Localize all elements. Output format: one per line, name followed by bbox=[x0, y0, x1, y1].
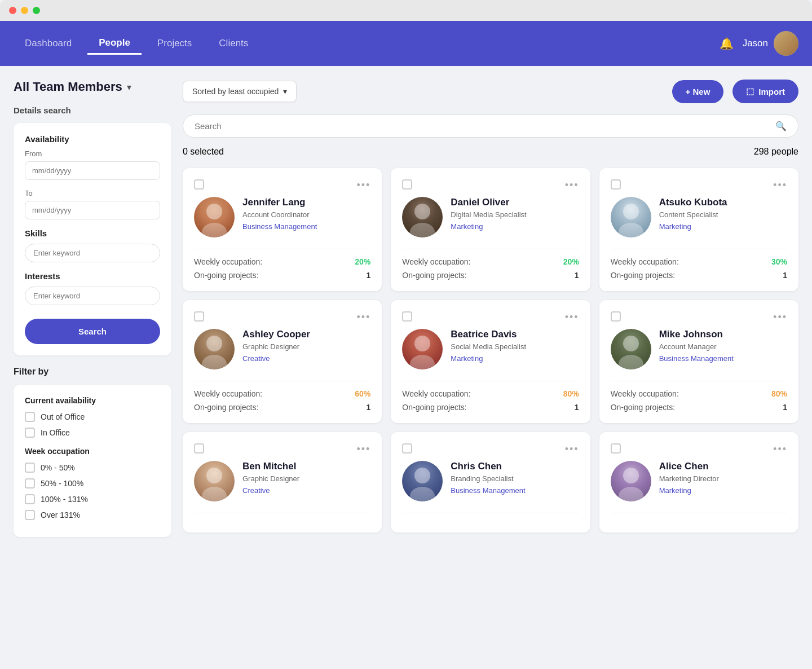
more-options-icon[interactable]: ••• bbox=[565, 179, 579, 191]
more-options-icon[interactable]: ••• bbox=[356, 443, 370, 455]
ongoing-projects-value: 1 bbox=[575, 271, 579, 280]
card-checkbox[interactable] bbox=[194, 311, 204, 322]
window-close-btn[interactable] bbox=[9, 7, 16, 14]
card-top: ••• bbox=[402, 311, 579, 323]
people-count[interactable]: 298 people bbox=[754, 147, 798, 157]
card-checkbox[interactable] bbox=[611, 311, 621, 322]
card-checkbox[interactable] bbox=[611, 179, 621, 190]
chevron-down-icon[interactable]: ▾ bbox=[127, 82, 131, 93]
ongoing-projects-value: 1 bbox=[783, 403, 787, 412]
card-checkbox[interactable] bbox=[611, 443, 621, 454]
notification-bell-icon[interactable]: 🔔 bbox=[720, 37, 734, 50]
person-dept[interactable]: Creative bbox=[242, 354, 370, 363]
interests-input[interactable] bbox=[25, 287, 160, 305]
card-stats: Weekly occupation: 20% On-going projects… bbox=[194, 257, 370, 280]
svg-point-7 bbox=[202, 355, 227, 369]
person-role: Branding Specialist bbox=[451, 474, 579, 483]
person-avatar bbox=[611, 197, 651, 237]
more-options-icon[interactable]: ••• bbox=[356, 311, 370, 323]
card-checkbox[interactable] bbox=[194, 443, 204, 454]
from-date-input[interactable] bbox=[25, 161, 160, 180]
filter-out-of-office[interactable]: Out of Office bbox=[25, 412, 160, 422]
occ-over-131-checkbox[interactable] bbox=[25, 510, 35, 520]
window-maximize-btn[interactable] bbox=[33, 7, 40, 14]
more-options-icon[interactable]: ••• bbox=[356, 179, 370, 191]
import-label: Import bbox=[758, 87, 785, 96]
nav-people[interactable]: People bbox=[87, 33, 142, 55]
card-person: Ben Mitchel Graphic Designer Creative bbox=[194, 461, 370, 501]
card-divider bbox=[402, 513, 579, 513]
card-daniel-oliver: ••• Daniel Oliver Digital Media Speciali… bbox=[391, 168, 590, 291]
more-options-icon[interactable]: ••• bbox=[773, 179, 787, 191]
card-checkbox[interactable] bbox=[402, 179, 412, 190]
avatar-svg bbox=[611, 197, 651, 237]
person-dept[interactable]: Marketing bbox=[659, 222, 787, 231]
details-search-box: Availability From To Skills Interests Se… bbox=[14, 123, 171, 355]
occ-100-131-checkbox[interactable] bbox=[25, 494, 35, 504]
person-dept[interactable]: Marketing bbox=[659, 486, 787, 495]
person-info: Atsuko Kubota Content Specialist Marketi… bbox=[659, 197, 787, 231]
occ-0-50-checkbox[interactable] bbox=[25, 463, 35, 473]
card-checkbox[interactable] bbox=[402, 311, 412, 322]
person-dept[interactable]: Marketing bbox=[451, 222, 579, 231]
person-name: Alice Chen bbox=[659, 461, 787, 472]
card-checkbox[interactable] bbox=[194, 179, 204, 190]
search-input[interactable] bbox=[195, 121, 770, 131]
filter-50-100[interactable]: 50% - 100% bbox=[25, 478, 160, 488]
skills-input[interactable] bbox=[25, 244, 160, 262]
card-checkbox[interactable] bbox=[402, 443, 412, 454]
new-button[interactable]: + New bbox=[672, 80, 724, 103]
person-role: Digital Media Specialist bbox=[451, 210, 579, 219]
nav-clients[interactable]: Clients bbox=[208, 33, 259, 54]
person-info: Alice Chen Marketing Director Marketing bbox=[659, 461, 787, 495]
to-date-input[interactable] bbox=[25, 201, 160, 219]
ongoing-projects-value: 1 bbox=[783, 271, 787, 280]
import-button[interactable]: ⬚ Import bbox=[732, 80, 798, 103]
svg-point-5 bbox=[619, 223, 643, 237]
cards-grid: ••• Jennifer Lang Account Coordinator Bu… bbox=[183, 168, 798, 532]
person-dept[interactable]: Marketing bbox=[451, 354, 579, 363]
ongoing-projects-label: On-going projects: bbox=[402, 271, 466, 280]
more-options-icon[interactable]: ••• bbox=[773, 443, 787, 455]
card-jennifer-lang: ••• Jennifer Lang Account Coordinator Bu… bbox=[183, 168, 382, 291]
filter-100-131[interactable]: 100% - 131% bbox=[25, 494, 160, 504]
person-dept[interactable]: Business Management bbox=[659, 354, 787, 363]
person-dept[interactable]: Business Management bbox=[242, 222, 370, 231]
ongoing-projects-value: 1 bbox=[367, 271, 371, 280]
current-availability-label: Current availability bbox=[25, 396, 160, 405]
person-dept[interactable]: Business Management bbox=[451, 486, 579, 495]
avatar-svg bbox=[402, 461, 443, 501]
details-search-label: Details search bbox=[14, 105, 171, 115]
filter-over-131[interactable]: Over 131% bbox=[25, 510, 160, 520]
nav-right: 🔔 Jason bbox=[720, 31, 798, 56]
more-options-icon[interactable]: ••• bbox=[565, 311, 579, 323]
person-dept[interactable]: Creative bbox=[242, 486, 370, 495]
ongoing-projects-value: 1 bbox=[367, 403, 371, 412]
more-options-icon[interactable]: ••• bbox=[565, 443, 579, 455]
ongoing-projects-row: On-going projects: 1 bbox=[194, 271, 370, 280]
svg-point-14 bbox=[414, 468, 430, 483]
occ-50-100-checkbox[interactable] bbox=[25, 478, 35, 488]
out-of-office-checkbox[interactable] bbox=[25, 412, 35, 422]
nav-dashboard[interactable]: Dashboard bbox=[14, 33, 83, 54]
avatar-svg bbox=[611, 461, 651, 501]
svg-point-0 bbox=[206, 204, 222, 219]
card-person: Mike Johnson Account Manager Business Ma… bbox=[611, 329, 787, 369]
weekly-occupation-row: Weekly occupation: 80% bbox=[611, 389, 787, 398]
nav-projects[interactable]: Projects bbox=[146, 33, 203, 54]
person-info: Ashley Cooper Graphic Designer Creative bbox=[242, 329, 370, 363]
filter-0-50[interactable]: 0% - 50% bbox=[25, 463, 160, 473]
in-office-checkbox[interactable] bbox=[25, 428, 35, 438]
search-button[interactable]: Search bbox=[25, 319, 160, 344]
card-divider bbox=[194, 381, 370, 381]
weekly-occupation-label: Weekly occupation: bbox=[611, 257, 679, 266]
content-toolbar: Sorted by least occupied ▾ + New ⬚ Impor… bbox=[183, 80, 798, 103]
more-options-icon[interactable]: ••• bbox=[773, 311, 787, 323]
user-menu[interactable]: Jason bbox=[743, 31, 798, 56]
window-minimize-btn[interactable] bbox=[21, 7, 28, 14]
weekly-occupation-value: 60% bbox=[355, 389, 370, 398]
svg-point-17 bbox=[619, 487, 643, 501]
sort-dropdown[interactable]: Sorted by least occupied ▾ bbox=[183, 81, 297, 102]
filter-in-office[interactable]: In Office bbox=[25, 428, 160, 438]
avatar-svg bbox=[194, 329, 235, 369]
